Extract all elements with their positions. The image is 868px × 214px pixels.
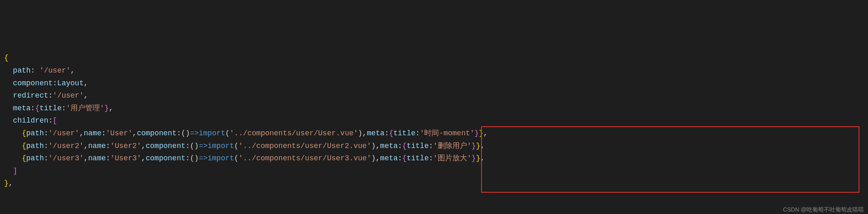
key-component: component: [13, 79, 53, 87]
row1-path: '/user2': [48, 142, 84, 150]
highlight-box: [481, 126, 859, 193]
row0-title: '时间-moment': [420, 129, 475, 137]
row0-import: '../components/user/User.vue': [230, 129, 358, 137]
code-editor[interactable]: { path: '/user', component:Layout, redir…: [0, 50, 868, 214]
row1-title: '删除用户': [433, 142, 472, 150]
row2-name: 'User3': [110, 154, 141, 162]
brace-open: {: [4, 54, 9, 62]
watermark: CSDN @吃葡萄不吐葡萄皮嘻嘻: [783, 205, 864, 214]
row0-path: '/user': [48, 129, 79, 137]
brace-close: }: [4, 179, 9, 187]
key-title: title: [39, 104, 61, 112]
row2-title: '图片放大': [433, 154, 472, 162]
key-children: children: [13, 116, 48, 125]
key-redirect: redirect: [13, 91, 48, 100]
row2-path: '/user3': [48, 154, 84, 162]
val-path: '/user': [39, 66, 70, 75]
key-meta: meta: [13, 104, 31, 112]
row1-name: 'User2': [110, 142, 141, 150]
row0-name: 'User': [106, 129, 133, 137]
row1-import: '../components/user/User2.vue': [239, 142, 371, 150]
key-path: path: [13, 66, 31, 75]
val-meta-title: '用户管理': [66, 104, 104, 112]
val-redirect: '/user': [53, 91, 84, 100]
val-component: Layout: [57, 79, 84, 87]
row2-import: '../components/user/User3.vue': [239, 154, 371, 162]
